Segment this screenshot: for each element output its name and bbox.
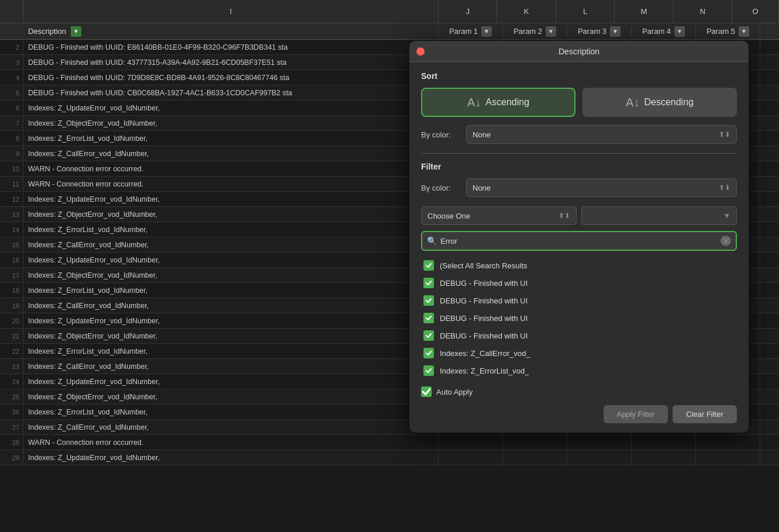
filter-color-select[interactable]: None ⬆⬇ [466,178,737,197]
modal-title: Description [559,47,599,56]
cell-description: DEBUG - Finished with UUID: 43777315-A39… [23,55,439,70]
search-input[interactable] [440,237,717,246]
param3-header: Param 3 ▼ [567,26,632,37]
divider [421,153,737,154]
column-headers: I J K L M N O [0,0,779,23]
row-number: 22 [0,344,23,358]
table-row: 28WARN - Connection error occurred. [0,435,779,450]
cell-description: Indexes: Z_UpdateError_vod_IdNumber, [23,253,439,267]
sort-color-row: By color: None ⬆⬇ [421,125,737,144]
cell-description: Indexes: Z_CallError_vod_IdNumber, [23,298,439,313]
choose-one-label: Choose One [428,212,470,220]
row-number: 12 [0,192,23,206]
modal-body: Sort A↓ Ascending A↓ Descending By color… [409,62,749,433]
choose-one-arrow: ⬆⬇ [559,212,570,220]
row-number: 19 [0,298,23,313]
col-header-o: O [732,0,779,23]
cell-description: Indexes: Z_CallError_vod_IdNumber, [23,146,439,161]
param3-filter-btn[interactable]: ▼ [610,26,621,37]
cell-description: Indexes: Z_ObjectError_vod_IdNumber, [23,389,439,404]
row-number: 6 [0,101,23,115]
param5-header: Param 5 ▼ [696,26,760,37]
list-item[interactable]: Indexes: Z_ErrorList_vod_ [421,362,737,379]
cell-param [503,450,567,465]
cell-description: Indexes: Z_ErrorList_vod_IdNumber, [23,344,439,358]
list-item[interactable]: DEBUG - Finished with UI [421,327,737,344]
cell-description: Indexes: Z_ObjectError_vod_IdNumber, [23,116,439,130]
param4-header: Param 4 ▼ [632,26,696,37]
row-number: 16 [0,253,23,267]
row-number: 10 [0,161,23,176]
close-button[interactable] [416,47,425,56]
description-filter-btn[interactable]: ▼ [71,26,81,37]
row-number: 4 [0,70,23,85]
action-buttons: Apply Filter Clear Filter [421,405,737,423]
apply-filter-button[interactable]: Apply Filter [604,405,668,423]
cell-description: Indexes: Z_UpdateError_vod_IdNumber, [23,192,439,206]
clear-filter-button[interactable]: Clear Filter [673,405,737,423]
row-number: 5 [0,85,23,100]
row-number: 25 [0,389,23,404]
sort-buttons: A↓ Ascending A↓ Descending [421,88,737,117]
cell-description: Indexes: Z_CallError_vod_IdNumber, [23,237,439,252]
ascending-button[interactable]: A↓ Ascending [421,88,575,117]
checkbox-label: (Select All Search Results [440,261,528,270]
filter-color-arrow: ⬆⬇ [719,184,730,192]
row-number: 14 [0,222,23,237]
cell-description: Indexes: Z_UpdateError_vod_IdNumber, [23,374,439,389]
param2-filter-btn[interactable]: ▼ [546,26,556,37]
cell-param [567,435,632,450]
ascending-icon: A↓ [467,96,481,109]
list-item[interactable]: DEBUG - Finished with UI [421,309,737,327]
checkbox-check [423,330,434,341]
row-number: 2 [0,40,23,54]
checkbox-label: DEBUG - Finished with UI [440,314,528,323]
cell-description: Indexes: Z_ErrorList_vod_IdNumber, [23,131,439,146]
cell-param [696,435,760,450]
cell-description: Indexes: Z_ObjectError_vod_IdNumber, [23,329,439,343]
descending-button[interactable]: A↓ Descending [582,88,737,117]
filter-color-label: By color: [421,184,459,192]
filter-value-dropdown[interactable]: ▼ [581,206,737,225]
list-item[interactable]: DEBUG - Finished with UI [421,274,737,292]
checkbox-label: DEBUG - Finished with UI [440,279,528,288]
param1-filter-btn[interactable]: ▼ [481,26,492,37]
col-header-n: N [674,0,732,23]
row-number: 9 [0,146,23,161]
col-header-k: K [497,0,556,23]
checkbox-check [423,260,434,271]
list-item[interactable]: Indexes: Z_CallError_vod_ [421,344,737,362]
row-number: 8 [0,131,23,146]
row-number: 11 [0,177,23,191]
checkbox-check [423,365,434,376]
param5-filter-btn[interactable]: ▼ [739,26,749,37]
col-header-l: L [556,0,615,23]
filter-section-title: Filter [421,162,737,171]
cell-param [567,450,632,465]
cell-description: WARN - Connection error occurred. [23,435,439,450]
row-number: 15 [0,237,23,252]
sort-color-select[interactable]: None ⬆⬇ [466,125,737,144]
search-box[interactable]: 🔍 ✕ [421,231,737,251]
filter-value-arrow: ▼ [723,212,730,220]
auto-apply-checkbox[interactable] [421,386,432,397]
list-item[interactable]: (Select All Search Results [421,257,737,274]
description-header: Description ▼ [23,26,439,37]
col-header-m: M [615,0,673,23]
choose-one-dropdown[interactable]: Choose One ⬆⬇ [421,206,577,225]
cell-description: WARN - Connection error occurred. [23,161,439,176]
cell-description: Indexes: Z_UpdateError_vod_IdNumber, [23,313,439,328]
param4-filter-btn[interactable]: ▼ [674,26,685,37]
cell-param [503,435,567,450]
cell-param [632,435,696,450]
cell-param [696,450,760,465]
auto-apply-row: Auto Apply [421,386,737,397]
cell-description: Indexes: Z_ObjectError_vod_IdNumber, [23,207,439,222]
row-number: 21 [0,329,23,343]
param2-header: Param 2 ▼ [503,26,567,37]
checkbox-label: DEBUG - Finished with UI [440,331,528,340]
checkbox-label: Indexes: Z_ErrorList_vod_ [440,367,529,375]
row-number: 28 [0,435,23,450]
search-clear-button[interactable]: ✕ [721,236,731,246]
list-item[interactable]: DEBUG - Finished with UI [421,292,737,309]
